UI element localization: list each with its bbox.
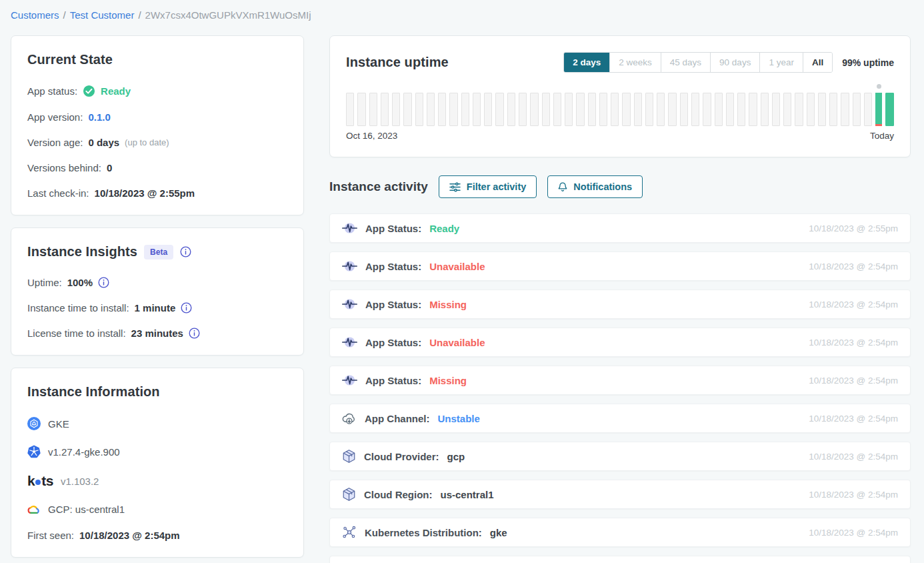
- uptime-bar[interactable]: [507, 93, 515, 126]
- activity-timestamp: 10/18/2023 @ 2:54pm: [809, 452, 898, 462]
- uptime-bar[interactable]: [737, 93, 745, 126]
- filter-sliders-icon: [449, 182, 461, 192]
- app-status-icon: [342, 374, 357, 387]
- uptime-bar[interactable]: [703, 93, 711, 126]
- activity-row: Kubernetes Distribution: gke 10/18/2023 …: [329, 518, 911, 547]
- app-version-row: App version: 0.1.0: [27, 111, 287, 123]
- breadcrumb-customers-link[interactable]: Customers: [11, 9, 59, 21]
- uptime-bar[interactable]: [461, 93, 469, 126]
- uptime-bar[interactable]: [680, 93, 688, 126]
- uptime-bar[interactable]: [807, 93, 815, 126]
- uptime-bar[interactable]: [438, 93, 446, 126]
- uptime-bar[interactable]: [495, 93, 503, 126]
- uptime-bar[interactable]: [542, 93, 550, 126]
- uptime-bar[interactable]: [369, 93, 377, 126]
- activity-row-label: App Status:: [365, 299, 421, 310]
- uptime-bar[interactable]: [427, 93, 435, 126]
- activity-row-value: gcp: [447, 451, 465, 462]
- uptime-bar[interactable]: [715, 93, 723, 126]
- activity-timestamp: 10/18/2023 @ 2:54pm: [809, 414, 898, 424]
- customer-instance-page: Customers/Test Customer/2Wx7csx4OtwGUPkV…: [0, 0, 924, 563]
- uptime-bar[interactable]: [841, 93, 849, 126]
- app-status-icon: [342, 259, 357, 273]
- instance-tti-row: Instance time to install: 1 minute: [27, 302, 287, 314]
- activity-row: App Status: Unavailable 10/18/2023 @ 2:5…: [329, 328, 911, 357]
- uptime-bar[interactable]: [357, 93, 365, 126]
- range-button-90-days[interactable]: 90 days: [710, 53, 759, 72]
- uptime-bar[interactable]: [392, 93, 400, 126]
- uptime-bar[interactable]: [749, 93, 757, 126]
- uptime-bar[interactable]: [588, 93, 596, 126]
- instance-uptime-card: Instance uptime 2 days2 weeks45 days90 d…: [329, 35, 911, 157]
- activity-row-label: Cloud Region:: [364, 489, 432, 500]
- info-icon[interactable]: [189, 328, 200, 339]
- breadcrumb-customer-link[interactable]: Test Customer: [70, 9, 135, 21]
- uptime-bar[interactable]: [875, 93, 882, 126]
- range-button-2-days[interactable]: 2 days: [564, 53, 609, 72]
- uptime-bar[interactable]: [530, 93, 538, 126]
- uptime-bar[interactable]: [553, 93, 561, 126]
- uptime-bar[interactable]: [795, 93, 803, 126]
- activity-row-label: App Channel:: [365, 413, 430, 424]
- activity-row: App Channel: Unstable 10/18/2023 @ 2:54p…: [329, 404, 911, 433]
- uptime-bar[interactable]: [691, 93, 699, 126]
- activity-row-label: App Status:: [365, 223, 421, 234]
- uptime-bar[interactable]: [519, 93, 527, 126]
- notifications-button[interactable]: Notifications: [547, 175, 643, 198]
- uptime-bar[interactable]: [346, 93, 354, 126]
- distribution-row: GKE: [27, 417, 287, 430]
- uptime-bar[interactable]: [565, 93, 573, 126]
- app-status-icon: [342, 336, 357, 349]
- current-state-card: Current State App status: Ready App vers…: [11, 35, 304, 215]
- range-button-all[interactable]: All: [803, 53, 832, 72]
- uptime-bar[interactable]: [449, 93, 457, 126]
- info-icon[interactable]: [181, 302, 192, 314]
- cloud-row: GCP: us-central1: [27, 504, 287, 515]
- uptime-bar[interactable]: [611, 93, 619, 126]
- filter-activity-button[interactable]: Filter activity: [439, 175, 537, 198]
- uptime-bar[interactable]: [818, 93, 826, 126]
- breadcrumb-instance-id: 2Wx7csx4OtwGUPkVXmR1WuOsMIj: [145, 9, 311, 21]
- uptime-bar[interactable]: [829, 93, 837, 126]
- uptime-bar[interactable]: [599, 93, 607, 126]
- uptime-bar[interactable]: [415, 93, 423, 126]
- uptime-bar[interactable]: [772, 93, 780, 126]
- current-state-title: Current State: [27, 52, 287, 67]
- check-circle-icon: [83, 85, 95, 97]
- uptime-bar[interactable]: [473, 93, 481, 126]
- uptime-bar[interactable]: [622, 93, 630, 126]
- activity-row: App Status: Unavailable 10/18/2023 @ 2:5…: [329, 251, 911, 281]
- range-button-1-year[interactable]: 1 year: [759, 53, 803, 72]
- breadcrumb-separator: /: [63, 9, 66, 21]
- uptime-bar[interactable]: [783, 93, 791, 126]
- uptime-bar[interactable]: [726, 93, 734, 126]
- uptime-bar[interactable]: [634, 93, 642, 126]
- uptime-bar[interactable]: [761, 93, 769, 126]
- info-icon[interactable]: [180, 246, 191, 257]
- range-button-2-weeks[interactable]: 2 weeks: [609, 53, 661, 72]
- app-version-link[interactable]: 0.1.0: [88, 111, 110, 123]
- uptime-bar[interactable]: [864, 93, 872, 126]
- uptime-bar[interactable]: [403, 93, 411, 126]
- uptime-bar[interactable]: [885, 93, 893, 126]
- uptime-bar[interactable]: [657, 93, 665, 126]
- uptime-bar[interactable]: [645, 93, 653, 126]
- activity-row: App Status: Ready 10/18/2023 @ 2:55pm: [329, 213, 911, 243]
- range-button-45-days[interactable]: 45 days: [661, 53, 710, 72]
- app-status-value: Ready: [101, 85, 131, 97]
- uptime-bar[interactable]: [853, 93, 861, 126]
- k8s-version-value: v1.27.4-gke.900: [48, 446, 120, 458]
- activity-timestamp: 10/18/2023 @ 2:54pm: [809, 261, 898, 271]
- activity-row-label: Kubernetes Distribution:: [365, 527, 482, 538]
- uptime-bar[interactable]: [576, 93, 584, 126]
- info-icon[interactable]: [98, 277, 109, 288]
- activity-timestamp: 10/18/2023 @ 2:54pm: [809, 490, 898, 500]
- uptime-bar[interactable]: [381, 93, 389, 126]
- app-status-icon: [342, 221, 357, 235]
- uptime-bar[interactable]: [484, 93, 492, 126]
- activity-timestamp: 10/18/2023 @ 2:55pm: [809, 223, 898, 233]
- bell-icon: [558, 181, 567, 192]
- activity-timestamp: 10/18/2023 @ 2:54pm: [809, 528, 898, 538]
- activity-row-value: Unstable: [438, 413, 480, 424]
- uptime-bar[interactable]: [668, 93, 676, 126]
